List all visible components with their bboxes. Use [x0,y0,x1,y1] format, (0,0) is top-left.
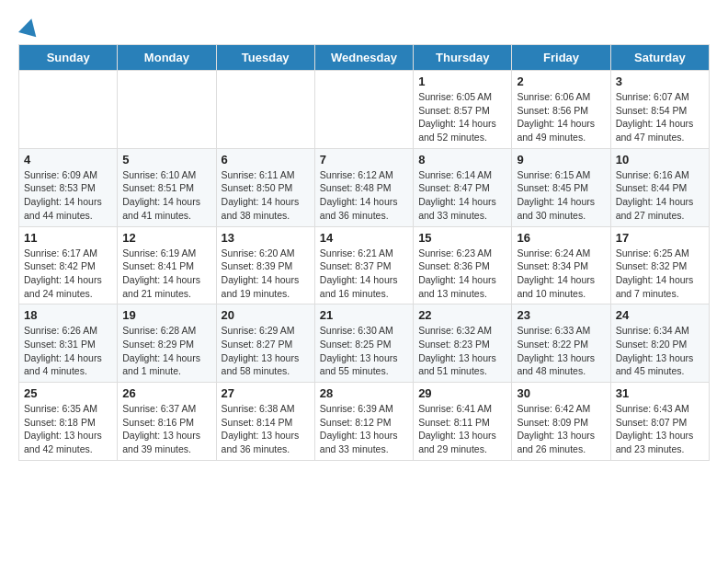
cell-text: Sunrise: 6:21 AMSunset: 8:37 PMDaylight:… [320,247,408,301]
calendar-cell: 14Sunrise: 6:21 AMSunset: 8:37 PMDayligh… [314,226,413,304]
date-number: 6 [222,153,310,167]
day-header-monday: Monday [118,45,216,71]
date-number: 22 [418,308,506,322]
cell-text: Sunrise: 6:35 AMSunset: 8:18 PMDaylight:… [24,402,112,456]
cell-text: Sunrise: 6:24 AMSunset: 8:34 PMDaylight:… [517,247,605,301]
date-number: 29 [418,386,506,400]
calendar-cell: 15Sunrise: 6:23 AMSunset: 8:36 PMDayligh… [414,226,512,304]
cell-text: Sunrise: 6:41 AMSunset: 8:11 PMDaylight:… [418,402,506,456]
date-number: 30 [517,386,605,400]
cell-text: Sunrise: 6:38 AMSunset: 8:14 PMDaylight:… [222,402,310,456]
calendar-cell: 19Sunrise: 6:28 AMSunset: 8:29 PMDayligh… [118,304,216,383]
calendar-cell: 24Sunrise: 6:34 AMSunset: 8:20 PMDayligh… [610,304,709,383]
calendar-cell [19,71,118,149]
date-number: 4 [24,153,112,167]
calendar-cell: 7Sunrise: 6:12 AMSunset: 8:48 PMDaylight… [314,148,413,226]
cell-text: Sunrise: 6:09 AMSunset: 8:53 PMDaylight:… [24,168,112,223]
calendar-cell: 25Sunrise: 6:35 AMSunset: 8:18 PMDayligh… [19,383,118,461]
date-number: 23 [517,308,605,322]
page-header [18,18,710,35]
calendar-cell: 8Sunrise: 6:14 AMSunset: 8:47 PMDaylight… [414,148,512,226]
date-number: 5 [122,153,210,167]
cell-text: Sunrise: 6:07 AMSunset: 8:54 PMDaylight:… [616,90,704,144]
cell-text: Sunrise: 6:25 AMSunset: 8:32 PMDaylight:… [616,247,704,301]
cell-text: Sunrise: 6:34 AMSunset: 8:20 PMDaylight:… [616,324,704,378]
calendar-cell: 18Sunrise: 6:26 AMSunset: 8:31 PMDayligh… [19,304,118,383]
logo [18,18,39,35]
cell-text: Sunrise: 6:20 AMSunset: 8:39 PMDaylight:… [222,247,310,301]
date-number: 7 [320,153,408,167]
date-number: 11 [24,231,112,245]
cell-text: Sunrise: 6:14 AMSunset: 8:47 PMDaylight:… [418,168,506,223]
cell-text: Sunrise: 6:26 AMSunset: 8:31 PMDaylight:… [24,324,112,378]
cell-text: Sunrise: 6:33 AMSunset: 8:22 PMDaylight:… [517,324,605,378]
day-header-saturday: Saturday [610,45,709,71]
cell-text: Sunrise: 6:32 AMSunset: 8:23 PMDaylight:… [418,324,506,378]
date-number: 2 [517,75,605,88]
calendar-cell: 17Sunrise: 6:25 AMSunset: 8:32 PMDayligh… [610,226,709,304]
cell-text: Sunrise: 6:12 AMSunset: 8:48 PMDaylight:… [320,168,408,223]
date-number: 25 [24,386,112,400]
calendar-cell: 11Sunrise: 6:17 AMSunset: 8:42 PMDayligh… [19,226,118,304]
calendar-cell: 31Sunrise: 6:43 AMSunset: 8:07 PMDayligh… [610,383,709,461]
cell-text: Sunrise: 6:05 AMSunset: 8:57 PMDaylight:… [418,90,506,144]
calendar-cell: 13Sunrise: 6:20 AMSunset: 8:39 PMDayligh… [216,226,314,304]
day-header-tuesday: Tuesday [216,45,314,71]
cell-text: Sunrise: 6:28 AMSunset: 8:29 PMDaylight:… [122,324,210,378]
date-number: 31 [616,386,704,400]
cell-text: Sunrise: 6:39 AMSunset: 8:12 PMDaylight:… [320,402,408,456]
date-number: 12 [122,231,210,245]
day-header-sunday: Sunday [19,45,118,71]
date-number: 13 [222,231,310,245]
date-number: 28 [320,386,408,400]
calendar-cell [216,71,314,149]
calendar-cell: 22Sunrise: 6:32 AMSunset: 8:23 PMDayligh… [414,304,512,383]
calendar-cell: 3Sunrise: 6:07 AMSunset: 8:54 PMDaylight… [610,71,709,149]
cell-text: Sunrise: 6:17 AMSunset: 8:42 PMDaylight:… [24,247,112,301]
date-number: 21 [320,308,408,322]
cell-text: Sunrise: 6:23 AMSunset: 8:36 PMDaylight:… [418,247,506,301]
date-number: 16 [517,231,605,245]
calendar-cell: 26Sunrise: 6:37 AMSunset: 8:16 PMDayligh… [118,383,216,461]
day-header-wednesday: Wednesday [314,45,413,71]
date-number: 26 [122,386,210,400]
date-number: 24 [616,308,704,322]
calendar-cell: 2Sunrise: 6:06 AMSunset: 8:56 PMDaylight… [512,71,610,149]
date-number: 14 [320,231,408,245]
cell-text: Sunrise: 6:16 AMSunset: 8:44 PMDaylight:… [616,168,704,223]
cell-text: Sunrise: 6:42 AMSunset: 8:09 PMDaylight:… [517,402,605,456]
cell-text: Sunrise: 6:37 AMSunset: 8:16 PMDaylight:… [122,402,210,456]
calendar-cell: 30Sunrise: 6:42 AMSunset: 8:09 PMDayligh… [512,383,610,461]
calendar-cell: 5Sunrise: 6:10 AMSunset: 8:51 PMDaylight… [118,148,216,226]
date-number: 8 [418,153,506,167]
date-number: 17 [616,231,704,245]
date-number: 15 [418,231,506,245]
cell-text: Sunrise: 6:30 AMSunset: 8:25 PMDaylight:… [320,324,408,378]
date-number: 18 [24,308,112,322]
date-number: 9 [517,153,605,167]
cell-text: Sunrise: 6:06 AMSunset: 8:56 PMDaylight:… [517,90,605,144]
calendar-cell: 21Sunrise: 6:30 AMSunset: 8:25 PMDayligh… [314,304,413,383]
day-header-friday: Friday [512,45,610,71]
cell-text: Sunrise: 6:43 AMSunset: 8:07 PMDaylight:… [616,402,704,456]
calendar-cell: 9Sunrise: 6:15 AMSunset: 8:45 PMDaylight… [512,148,610,226]
day-header-thursday: Thursday [414,45,512,71]
date-number: 3 [616,75,704,88]
date-number: 20 [222,308,310,322]
cell-text: Sunrise: 6:10 AMSunset: 8:51 PMDaylight:… [122,168,210,223]
calendar-cell: 29Sunrise: 6:41 AMSunset: 8:11 PMDayligh… [414,383,512,461]
calendar-cell: 6Sunrise: 6:11 AMSunset: 8:50 PMDaylight… [216,148,314,226]
date-number: 27 [222,386,310,400]
calendar-cell: 23Sunrise: 6:33 AMSunset: 8:22 PMDayligh… [512,304,610,383]
date-number: 19 [122,308,210,322]
calendar-cell: 12Sunrise: 6:19 AMSunset: 8:41 PMDayligh… [118,226,216,304]
date-number: 1 [418,75,506,88]
calendar-cell [314,71,413,149]
cell-text: Sunrise: 6:29 AMSunset: 8:27 PMDaylight:… [222,324,310,378]
calendar-cell: 10Sunrise: 6:16 AMSunset: 8:44 PMDayligh… [610,148,709,226]
logo-triangle-icon [18,17,40,38]
cell-text: Sunrise: 6:15 AMSunset: 8:45 PMDaylight:… [517,168,605,223]
cell-text: Sunrise: 6:19 AMSunset: 8:41 PMDaylight:… [122,247,210,301]
calendar-cell: 16Sunrise: 6:24 AMSunset: 8:34 PMDayligh… [512,226,610,304]
calendar-cell [118,71,216,149]
